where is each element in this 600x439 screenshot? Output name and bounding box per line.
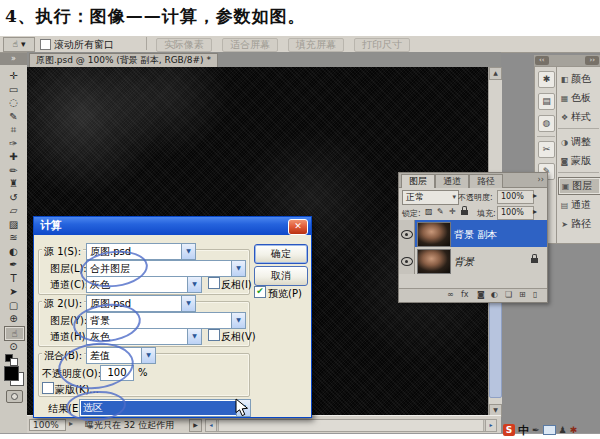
result-select[interactable]: 选区▼ — [79, 399, 251, 417]
marquee-tool[interactable]: ▭ — [5, 83, 22, 96]
keyboard-icon[interactable] — [543, 425, 556, 435]
healing-brush-tool[interactable]: ✚ — [5, 150, 22, 163]
eyedropper-tool[interactable]: ✑ — [5, 137, 22, 150]
ok-button[interactable]: 确定 — [254, 244, 308, 264]
adjustment-layer-icon[interactable]: ◐ — [491, 290, 498, 299]
ime-settings-icon[interactable]: ✱ — [570, 425, 578, 435]
new-layer-icon[interactable]: ⊞ — [519, 290, 526, 299]
link-layers-icon[interactable]: ∞ — [447, 290, 454, 299]
fit-screen-button[interactable]: 适合屏幕 — [222, 38, 278, 52]
channel2-select[interactable]: 灰色▼ — [86, 328, 202, 345]
print-size-button[interactable]: 打印尺寸 — [354, 38, 410, 52]
scroll-up-arrow[interactable]: ▲ — [489, 67, 502, 80]
dock-expand-button[interactable]: ›› — [585, 56, 599, 65]
gradient-tool[interactable]: ▨ — [5, 218, 22, 231]
dock-item-layers[interactable]: ▣图层 — [558, 177, 600, 195]
invert2-checkbox[interactable] — [208, 329, 220, 341]
preview-checkbox[interactable]: ✔ — [254, 286, 266, 298]
vertical-scroll-thumb[interactable] — [489, 300, 502, 398]
hand-tool[interactable]: ☝ — [4, 326, 25, 341]
scroll-right-arrow[interactable]: ▸ — [485, 420, 496, 431]
horizontal-scroll-thumb[interactable] — [218, 420, 484, 431]
dock-item-channels[interactable]: ▤通道 — [558, 196, 599, 213]
dodge-tool[interactable]: ◐ — [5, 245, 22, 258]
panel-icon-1[interactable]: ✱ — [538, 71, 555, 88]
eraser-tool[interactable]: ▱ — [5, 204, 22, 217]
fill-value[interactable]: 100% — [497, 206, 534, 220]
quick-selection-tool[interactable]: ✎ — [5, 110, 22, 123]
mask-checkbox[interactable] — [42, 382, 54, 394]
layer2-select[interactable]: 背景▼ — [86, 312, 246, 329]
invert1-checkbox[interactable] — [208, 277, 220, 289]
lock-all-icon[interactable] — [461, 210, 468, 215]
dock-item-adjustments[interactable]: ◑调整 — [558, 133, 599, 150]
mini-background-swatch[interactable] — [10, 358, 18, 366]
status-menu-icon[interactable]: ▸ — [69, 419, 73, 428]
lock-pixels-icon[interactable]: ✎ — [437, 207, 444, 216]
scroll-left-arrow[interactable]: ◂ — [206, 420, 217, 431]
new-group-icon[interactable]: ❏ — [505, 290, 512, 299]
visibility-cell[interactable] — [399, 220, 415, 247]
layer-effects-icon[interactable]: fx — [461, 290, 469, 299]
layer-row-background[interactable]: 背景 — [399, 247, 547, 274]
delete-layer-icon[interactable]: ▯ — [533, 290, 537, 299]
opacity-value[interactable]: 100% — [497, 190, 534, 204]
dock-item-color[interactable]: ◧颜色 — [558, 70, 599, 87]
source2-select[interactable]: 原图.psd▼ — [86, 295, 196, 312]
blend-mode-select[interactable]: 正常 — [402, 190, 459, 205]
visibility-cell[interactable] — [399, 247, 415, 274]
fill-screen-button[interactable]: 填充屏幕 — [288, 38, 344, 52]
type-tool[interactable]: T — [5, 272, 22, 285]
clone-stamp-tool[interactable]: ♜ — [5, 177, 22, 190]
lasso-tool[interactable]: ◌ — [5, 96, 22, 109]
dock-item-swatches[interactable]: ▦色板 — [558, 89, 599, 106]
foreground-color-swatch[interactable] — [4, 366, 19, 381]
blur-tool[interactable]: ≋ — [5, 231, 22, 244]
close-icon[interactable]: ✕ — [288, 219, 308, 235]
layer1-select[interactable]: 合并图层▼ — [86, 260, 246, 277]
brush-tool[interactable]: ✏ — [5, 164, 22, 177]
quick-mask-button[interactable] — [6, 390, 23, 403]
layer-thumbnail[interactable] — [417, 222, 451, 247]
document-tab[interactable]: 原图.psd @ 100% (背景 副本, RGB/8#) * — [29, 53, 218, 68]
ime-chinese-indicator[interactable]: 中 — [518, 423, 529, 438]
source1-select[interactable]: 原图.psd▼ — [86, 243, 196, 260]
tab-paths[interactable]: 路径 — [469, 174, 503, 188]
opacity-spinner-icon[interactable]: ▸ — [533, 191, 537, 200]
blend-select[interactable]: 差值▼ — [86, 347, 156, 364]
ime-pen-icon[interactable]: ✒ — [532, 425, 540, 435]
fill-spinner-icon[interactable]: ▸ — [533, 207, 537, 216]
ime-logo-icon[interactable]: S — [503, 424, 515, 436]
move-tool[interactable]: ✛ — [5, 69, 22, 82]
zoom-level-field[interactable]: 100% — [29, 419, 66, 431]
tab-layers[interactable]: 图层 — [401, 174, 435, 188]
panel-icon-4[interactable]: ✂ — [538, 141, 555, 158]
hand-tool-preset-button[interactable]: ☝ ▾ — [3, 37, 35, 52]
lock-transparency-icon[interactable]: ▨ — [425, 207, 433, 216]
scroll-all-windows-checkbox[interactable] — [40, 39, 51, 50]
channel1-select[interactable]: 灰色▼ — [86, 276, 202, 293]
status-expand-button[interactable]: ▶ — [189, 419, 202, 432]
dock-item-masks[interactable]: ◙蒙版 — [558, 152, 599, 169]
add-mask-icon[interactable]: ◙ — [477, 290, 485, 299]
dock-item-paths[interactable]: ➤路径 — [558, 215, 599, 232]
cancel-button[interactable]: 取消 — [254, 266, 308, 286]
tab-channels[interactable]: 通道 — [435, 174, 469, 188]
rotate-view-tool[interactable]: ⊕ — [5, 312, 22, 325]
history-brush-tool[interactable]: ↺ — [5, 191, 22, 204]
dock-collapse-button[interactable]: ‹‹ — [535, 56, 549, 65]
zoom-tool[interactable]: ⊙ — [5, 340, 22, 353]
toolbox-collapse-button[interactable]: » — [0, 53, 27, 65]
dock-item-styles[interactable]: ❖样式 — [558, 108, 599, 125]
panel-menu-icon[interactable]: ›› — [538, 175, 544, 184]
crop-tool[interactable]: ⌗ — [5, 123, 22, 136]
ime-tool-icon[interactable]: ♟ — [559, 425, 567, 435]
lock-position-icon[interactable]: ✛ — [449, 207, 456, 216]
actual-pixels-button[interactable]: 实际像素 — [156, 38, 212, 52]
path-selection-tool[interactable]: ➤ — [5, 285, 22, 298]
layer-row-background-copy[interactable]: 背景 副本 — [399, 220, 547, 247]
panel-icon-3[interactable]: ◍ — [538, 115, 555, 132]
pen-tool[interactable]: ✒ — [5, 258, 22, 271]
shape-tool[interactable]: ▢ — [5, 299, 22, 312]
opacity-input[interactable]: 100 — [100, 365, 134, 381]
